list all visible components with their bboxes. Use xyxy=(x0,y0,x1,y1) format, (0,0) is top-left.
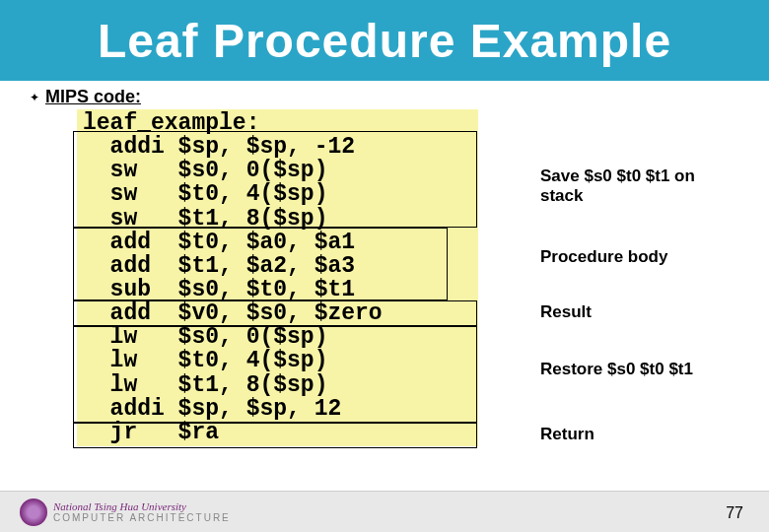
footer-branding: National Tsing Hua University COMPUTER A… xyxy=(20,499,231,526)
title-bar: Leaf Procedure Example xyxy=(0,0,769,81)
footer-department: COMPUTER ARCHITECTURE xyxy=(53,512,231,523)
university-logo-icon xyxy=(20,499,47,526)
annot-body: Procedure body xyxy=(540,247,667,267)
box-result xyxy=(73,300,477,326)
box-return xyxy=(73,423,477,448)
section-label: MIPS code: xyxy=(45,87,141,107)
slide-content: ✦ MIPS code: leaf_example: addi $sp, $sp… xyxy=(0,81,769,446)
annot-save: Save $s0 $t0 $t1 on stack xyxy=(540,166,739,206)
slide-title: Leaf Procedure Example xyxy=(98,14,671,68)
page-number: 77 xyxy=(726,504,743,522)
footer-university: National Tsing Hua University xyxy=(53,500,231,512)
code-area: leaf_example: addi $sp, $sp, -12 sw $s0,… xyxy=(77,109,739,446)
annot-return: Return xyxy=(540,425,594,444)
box-body xyxy=(73,228,448,300)
footer-bar: National Tsing Hua University COMPUTER A… xyxy=(0,491,769,532)
box-save xyxy=(73,131,477,228)
section-header: ✦ MIPS code: xyxy=(30,87,739,107)
annot-result: Result xyxy=(540,302,592,322)
box-restore xyxy=(73,326,477,423)
annot-restore: Restore $s0 $t0 $t1 xyxy=(540,360,693,379)
bullet-icon: ✦ xyxy=(30,91,39,104)
